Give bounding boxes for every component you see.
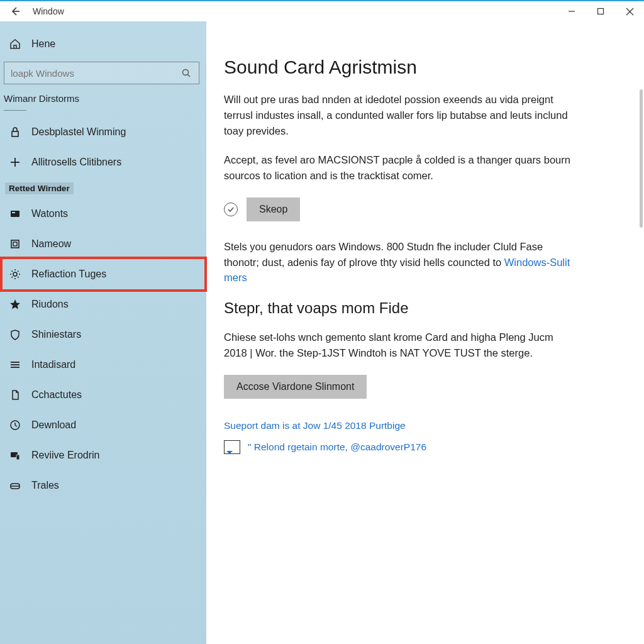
content-pane: Sound Card Agristmisn Will out pre uras … bbox=[206, 21, 644, 644]
svg-rect-10 bbox=[12, 212, 15, 213]
accose-button[interactable]: Accose Viardone Slinmont bbox=[224, 375, 367, 399]
svg-rect-20 bbox=[16, 455, 19, 460]
arrow-left-icon bbox=[9, 6, 21, 16]
svg-rect-11 bbox=[11, 240, 19, 248]
sidebar-item-intadisard[interactable]: Intadisard bbox=[0, 350, 206, 380]
sidebar-item-watonts[interactable]: Watonts bbox=[0, 199, 206, 229]
sidebar-item-desbplastel[interactable]: Desbplastel Winming bbox=[0, 117, 206, 147]
section-heading: Stepr, that voaps mom Fide bbox=[224, 299, 616, 317]
paragraph-1: Will out pre uras bad nnden at idedotel … bbox=[224, 92, 576, 138]
svg-point-13 bbox=[13, 272, 17, 276]
sidebar-item-trales[interactable]: Trales bbox=[0, 470, 206, 501]
search-icon bbox=[180, 68, 192, 78]
sidebar-item-label: Allitrosells Clitibners bbox=[31, 157, 121, 168]
close-button[interactable] bbox=[615, 1, 644, 21]
sidebar-item-label: Nameow bbox=[31, 238, 71, 250]
plus-icon bbox=[9, 157, 21, 168]
gear-icon bbox=[9, 269, 21, 280]
page-title: Sound Card Agristmisn bbox=[224, 57, 616, 78]
sidebar-home[interactable]: Hene bbox=[0, 29, 206, 59]
skeop-button[interactable]: Skeop bbox=[247, 197, 300, 221]
svg-line-5 bbox=[188, 75, 191, 77]
feedback-icon bbox=[224, 440, 240, 454]
menu-icon bbox=[9, 359, 21, 370]
sidebar-section-label: Wimanr Dirstorms bbox=[0, 91, 206, 106]
sidebar-item-dewnload[interactable]: Dewnload bbox=[0, 410, 206, 440]
feedback-text: " Relond rgetain morte, @caadroverP176 bbox=[248, 441, 426, 453]
search-input[interactable] bbox=[11, 68, 180, 79]
titlebar-left: Window bbox=[0, 1, 64, 21]
sidebar-item-label: Shiniestars bbox=[31, 329, 81, 340]
close-icon bbox=[626, 8, 634, 16]
sidebar-item-nameow[interactable]: Nameow bbox=[0, 229, 206, 259]
sidebar-item-label: Retted Wirnder bbox=[5, 182, 74, 194]
svg-point-4 bbox=[183, 70, 189, 75]
sidebar-item-refiaction[interactable]: Refiaction Tuges bbox=[0, 259, 206, 289]
sidebar-divider bbox=[4, 110, 26, 111]
svg-rect-12 bbox=[13, 242, 17, 246]
document-icon bbox=[9, 389, 21, 401]
search-box[interactable] bbox=[4, 62, 199, 84]
maximize-icon bbox=[597, 8, 604, 15]
card-icon bbox=[9, 208, 21, 219]
sidebar-item-label: Reviive Erodrin bbox=[31, 450, 99, 461]
paragraph-2: Accept, as fevel aro MACSIONST pacple å … bbox=[224, 152, 576, 184]
maximize-button[interactable] bbox=[586, 1, 615, 21]
paragraph-4: Chiese set-lohs wnch gemento slant krome… bbox=[224, 330, 576, 361]
sidebar-item-label: Refiaction Tuges bbox=[31, 269, 106, 280]
skeop-row: Skeop bbox=[224, 197, 616, 221]
sidebar-item-label: Cchactutes bbox=[31, 389, 82, 401]
titlebar: Window bbox=[0, 1, 644, 21]
device-icon bbox=[9, 450, 21, 461]
shield-icon bbox=[9, 329, 21, 340]
svg-rect-1 bbox=[598, 9, 604, 14]
svg-marker-14 bbox=[10, 299, 20, 309]
sidebar-item-reviive[interactable]: Reviive Erodrin bbox=[0, 440, 206, 470]
support-link[interactable]: Sueport dam is at Jow 1/45 2018 Purtbige bbox=[224, 420, 616, 431]
sidebar-item-label: Watonts bbox=[31, 208, 68, 219]
paragraph-3: Stels you genudors oars Windows. 800 Stu… bbox=[224, 239, 576, 286]
settings-window: Window Hene Wi bbox=[0, 0, 644, 644]
square-icon bbox=[9, 238, 21, 250]
check-circle-icon bbox=[224, 203, 238, 216]
sidebar-home-label: Hene bbox=[31, 38, 55, 50]
minimize-button[interactable] bbox=[557, 1, 586, 21]
sidebar-item-shiniestars[interactable]: Shiniestars bbox=[0, 319, 206, 350]
window-title: Window bbox=[33, 6, 64, 16]
clock-icon bbox=[9, 419, 21, 431]
window-body: Hene Wimanr Dirstorms Desbplastel Winmin… bbox=[0, 21, 644, 644]
feedback-row[interactable]: " Relond rgetain morte, @caadroverP176 bbox=[224, 440, 616, 454]
sidebar-item-label: Desbplastel Winming bbox=[31, 126, 126, 138]
sidebar: Hene Wimanr Dirstorms Desbplastel Winmin… bbox=[0, 21, 206, 644]
sidebar-item-retted[interactable]: Retted Wirnder bbox=[0, 177, 206, 199]
sidebar-item-cchactutes[interactable]: Cchactutes bbox=[0, 380, 206, 410]
scrollbar-thumb[interactable] bbox=[640, 89, 643, 228]
star-icon bbox=[9, 299, 21, 310]
lock-icon bbox=[9, 126, 21, 138]
minimize-icon bbox=[568, 8, 575, 15]
sidebar-item-label: Intadisard bbox=[31, 359, 75, 370]
sidebar-item-riudons[interactable]: Riudons bbox=[0, 289, 206, 319]
back-button[interactable] bbox=[3, 1, 28, 21]
paragraph-3-text: Stels you genudors oars Windows. 800 Stu… bbox=[224, 241, 543, 268]
sidebar-item-label: Trales bbox=[31, 480, 59, 491]
svg-rect-9 bbox=[11, 211, 19, 217]
tray-icon bbox=[9, 480, 21, 491]
svg-rect-6 bbox=[12, 131, 18, 136]
sidebar-item-label: Riudons bbox=[31, 299, 69, 310]
home-icon bbox=[9, 38, 21, 50]
sidebar-item-label: Dewnload bbox=[31, 419, 76, 431]
sidebar-item-allitrosells[interactable]: Allitrosells Clitibners bbox=[0, 147, 206, 177]
